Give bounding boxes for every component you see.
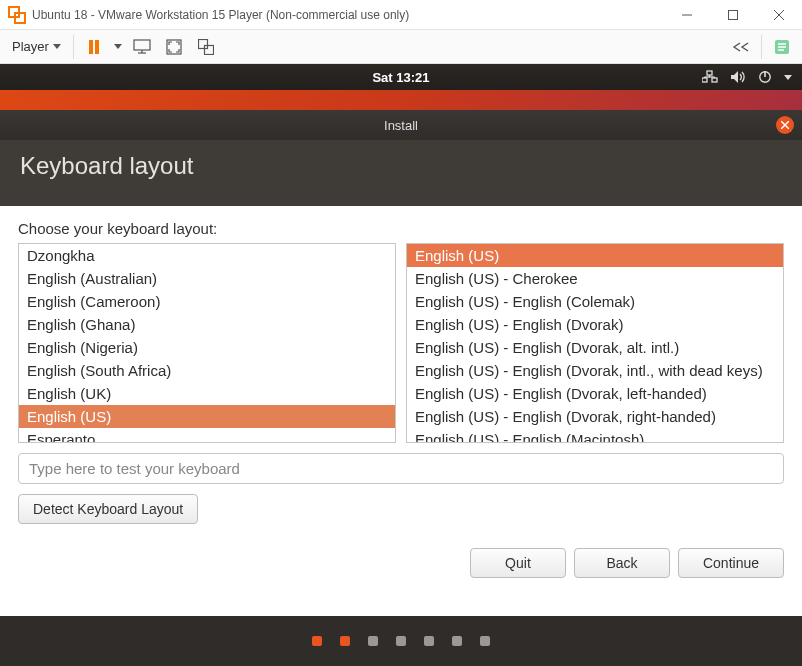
chevron-down-icon	[784, 75, 792, 80]
language-family-list[interactable]: DzongkhaEnglish (Australian)English (Cam…	[18, 243, 396, 443]
pause-vm-button[interactable]	[82, 35, 106, 59]
clock[interactable]: Sat 13:21	[372, 70, 429, 85]
window-controls	[664, 0, 802, 29]
list-item[interactable]: English (US) - English (Dvorak, intl., w…	[407, 359, 783, 382]
detect-layout-button[interactable]: Detect Keyboard Layout	[18, 494, 198, 524]
toolbar-separator	[761, 35, 762, 59]
nav-buttons: Quit Back Continue	[18, 548, 784, 578]
installer-body: Choose your keyboard layout: DzongkhaEng…	[0, 206, 802, 616]
list-item[interactable]: English (Cameroon)	[19, 290, 395, 313]
list-item[interactable]: English (US) - English (Dvorak)	[407, 313, 783, 336]
list-item[interactable]: English (US) - English (Dvorak, alt. int…	[407, 336, 783, 359]
chevron-down-icon[interactable]	[114, 44, 122, 49]
page-heading: Keyboard layout	[0, 140, 802, 206]
continue-button[interactable]: Continue	[678, 548, 784, 578]
toolbar-collapse-button[interactable]	[729, 35, 753, 59]
fullscreen-button[interactable]	[162, 35, 186, 59]
maximize-button[interactable]	[710, 0, 756, 29]
status-area[interactable]	[702, 64, 792, 90]
window-title: Ubuntu 18 - VMware Workstation 15 Player…	[32, 8, 664, 22]
list-item[interactable]: English (South Africa)	[19, 359, 395, 382]
volume-icon	[730, 70, 746, 84]
svg-rect-17	[712, 78, 717, 82]
list-item[interactable]: English (Australian)	[19, 267, 395, 290]
layout-variant-list[interactable]: English (US)English (US) - CherokeeEngli…	[406, 243, 784, 443]
chevron-down-icon	[53, 44, 61, 49]
vmware-icon	[8, 6, 26, 24]
svg-rect-11	[204, 45, 213, 54]
test-keyboard-input[interactable]	[18, 453, 784, 484]
close-button[interactable]	[756, 0, 802, 29]
windows-titlebar: Ubuntu 18 - VMware Workstation 15 Player…	[0, 0, 802, 30]
power-icon	[758, 70, 772, 84]
progress-dot	[312, 636, 322, 646]
send-ctrl-alt-del-button[interactable]	[130, 35, 154, 59]
player-menu[interactable]: Player	[8, 37, 65, 56]
message-log-button[interactable]	[770, 35, 794, 59]
list-item[interactable]: English (UK)	[19, 382, 395, 405]
vmware-toolbar: Player	[0, 30, 802, 64]
list-item[interactable]: Esperanto	[19, 428, 395, 443]
progress-dots	[0, 616, 802, 666]
svg-rect-10	[198, 39, 207, 48]
installer-window: Install Keyboard layout Choose your keyb…	[0, 110, 802, 666]
svg-rect-16	[702, 78, 707, 82]
layout-lists: DzongkhaEnglish (Australian)English (Cam…	[18, 243, 784, 443]
ubuntu-desktop: Install Keyboard layout Choose your keyb…	[0, 90, 802, 666]
svg-rect-18	[707, 71, 712, 75]
network-icon	[702, 70, 718, 84]
back-button[interactable]: Back	[574, 548, 670, 578]
progress-dot	[452, 636, 462, 646]
player-menu-label: Player	[12, 39, 49, 54]
list-item[interactable]: English (US) - English (Dvorak, left-han…	[407, 382, 783, 405]
pause-icon	[89, 40, 99, 54]
ubuntu-topbar: Sat 13:21	[0, 64, 802, 90]
quit-button[interactable]: Quit	[470, 548, 566, 578]
progress-dot	[424, 636, 434, 646]
svg-rect-3	[729, 10, 738, 19]
list-item[interactable]: English (US) - Cherokee	[407, 267, 783, 290]
installer-titlebar: Install	[0, 110, 802, 140]
svg-marker-23	[731, 71, 738, 83]
toolbar-separator	[73, 35, 74, 59]
installer-title: Install	[384, 118, 418, 133]
svg-rect-6	[134, 40, 150, 50]
list-item[interactable]: English (US) - English (Colemak)	[407, 290, 783, 313]
list-item[interactable]: English (Nigeria)	[19, 336, 395, 359]
list-item[interactable]: English (US)	[407, 244, 783, 267]
list-item[interactable]: Dzongkha	[19, 244, 395, 267]
progress-dot	[396, 636, 406, 646]
progress-dot	[368, 636, 378, 646]
minimize-button[interactable]	[664, 0, 710, 29]
progress-dot	[480, 636, 490, 646]
list-item[interactable]: English (Ghana)	[19, 313, 395, 336]
unity-mode-button[interactable]	[194, 35, 218, 59]
list-item[interactable]: English (US) - English (Dvorak, right-ha…	[407, 405, 783, 428]
choose-layout-label: Choose your keyboard layout:	[18, 220, 784, 237]
list-item[interactable]: English (US)	[19, 405, 395, 428]
list-item[interactable]: English (US) - English (Macintosh)	[407, 428, 783, 443]
progress-dot	[340, 636, 350, 646]
installer-close-button[interactable]	[776, 116, 794, 134]
